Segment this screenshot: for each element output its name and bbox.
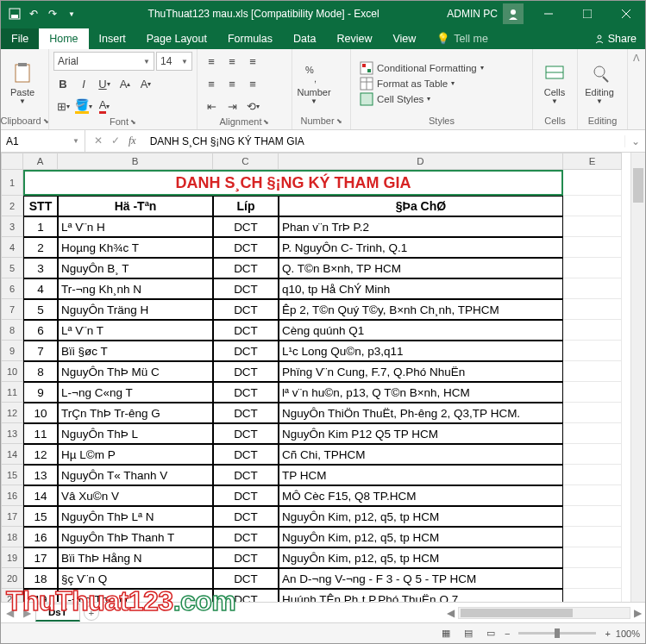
cell-name[interactable]: Bïi §øc T [58,341,213,361]
cell-addr[interactable]: Cèng quúnh Q1 [279,320,563,341]
cell-lip[interactable]: DCT [213,403,279,423]
cell-name[interactable]: NguyÔn B¸ T [58,258,213,278]
tab-review[interactable]: Review [326,28,382,49]
cell-name[interactable]: Lª V¨n H [58,216,213,237]
page-layout-view-icon[interactable]: ▤ [460,626,477,641]
editing-button[interactable]: Editing▼ [581,54,618,113]
row-header[interactable]: 17 [1,506,23,527]
cell-lip[interactable]: DCT [213,258,279,278]
cell-addr[interactable]: Q. T©n B×nh, TP HCM [279,258,563,278]
cell-addr[interactable]: Phïng V¨n Cung, F.7, Q.Phó NhuËn [279,361,563,382]
font-size-combo[interactable]: 14▼ [156,52,192,71]
user-avatar-icon[interactable] [503,3,524,24]
cell-stt[interactable]: 10 [23,403,58,423]
cell-stt[interactable]: 8 [23,361,58,382]
cell-lip[interactable]: DCT [213,278,279,299]
col-header-A[interactable]: A [23,153,58,170]
cell-stt[interactable]: 1 [23,216,58,237]
cell-lip[interactable]: DCT [213,382,279,403]
formula-input[interactable] [145,135,624,147]
tab-data[interactable]: Data [283,28,326,49]
bold-button[interactable]: B [53,74,72,93]
align-left[interactable]: ≡ [202,74,221,93]
title-cell[interactable]: DANH S¸CH §¡NG KÝ THAM GIA [23,170,563,196]
number-format-button[interactable]: %,Number▼ [296,54,332,113]
add-sheet-button[interactable]: + [84,605,99,621]
spreadsheet[interactable]: ABCDE1DANH S¸CH §¡NG KÝ THAM GIA2STTHä -… [1,153,645,602]
minimize-button[interactable] [529,1,568,27]
row-header[interactable]: 14 [1,444,23,465]
save-icon[interactable] [8,7,22,21]
row-header[interactable]: 3 [1,216,23,237]
zoom-slider[interactable] [518,632,596,635]
cell-addr[interactable]: An D-¬ng V-¬ng - F 3 - Q 5 - TP HCM [279,568,563,589]
cell-lip[interactable]: DCT [213,547,279,568]
cell-stt[interactable]: 7 [23,341,58,361]
select-all-corner[interactable] [1,153,23,170]
tab-insert[interactable]: Insert [89,28,136,49]
cell-stt[interactable]: 16 [23,527,58,547]
row-header[interactable]: 2 [1,196,23,216]
cell-lip[interactable]: DCT [213,506,279,527]
undo-icon[interactable]: ↶ [27,7,41,21]
sheet-nav-prev-icon[interactable]: ◀ [1,607,18,619]
row-header[interactable]: 7 [1,299,23,320]
cancel-formula-icon[interactable]: ✕ [94,134,103,147]
align-bottom[interactable]: ≡ [243,52,262,71]
tab-file[interactable]: File [1,28,39,49]
cell-lip[interactable]: DCT [213,299,279,320]
row-header[interactable]: 20 [1,568,23,589]
maximize-button[interactable] [568,1,606,27]
cell-name[interactable]: Bïi ThÞ Hång N [58,547,213,568]
row-header[interactable]: 21 [1,589,23,602]
cell-addr[interactable]: Cñ Chi, TPHCM [279,444,563,465]
cell-addr[interactable]: Huúnh TÊn Ph¸t,P.Phó ThuËn,Q.7 [279,589,563,602]
cell-stt[interactable]: 2 [23,237,58,258]
cell-lip[interactable]: DCT [213,237,279,258]
cell-addr[interactable]: NguyÔn Kim, p12, q5, tp HCM [279,506,563,527]
cell-lip[interactable]: DCT [213,527,279,547]
share-button[interactable]: Share [594,33,637,45]
cell-name[interactable]: NguyÔn ThÞ Mü C [58,361,213,382]
cell-lip[interactable]: DCT [213,568,279,589]
tell-me[interactable]: 💡Tell me [426,28,499,49]
indent-increase[interactable]: ⇥ [223,97,241,116]
name-box[interactable]: A1▼ [1,130,85,152]
tab-view[interactable]: View [382,28,426,49]
cell-styles-button[interactable]: Cell Styles▾ [360,92,484,106]
cell-addr[interactable]: NguyÔn ThiÖn ThuËt, Ph-êng 2, Q3,TP HCM. [279,403,563,423]
horizontal-scrollbar[interactable]: ◀ ▶ [99,607,645,619]
zoom-in-button[interactable]: + [605,628,610,639]
align-center[interactable]: ≡ [223,74,241,93]
paste-button[interactable]: Paste▼ [4,54,41,113]
row-header[interactable]: 1 [1,170,23,196]
page-break-view-icon[interactable]: ▭ [482,626,499,641]
cell-addr[interactable]: NguyÔn Kim, p12, q5, tp HCM [279,527,563,547]
cell-addr[interactable]: TP HCM [279,465,563,485]
cell-stt[interactable]: 14 [23,485,58,506]
format-as-table-button[interactable]: Format as Table▾ [360,77,484,91]
row-header[interactable]: 13 [1,423,23,444]
cell-name[interactable]: Tr-¬ng Kh¸nh N [58,278,213,299]
expand-formula-bar-icon[interactable]: ⌄ [624,135,645,147]
row-header[interactable]: 18 [1,527,23,547]
cell-name[interactable]: NguyÔn T« Thanh V [58,465,213,485]
cell-addr[interactable]: NguyÔn Kim, p12, q5, tp HCM [279,547,563,568]
align-top[interactable]: ≡ [202,52,221,71]
cell-name[interactable]: Hoµng Kh¾c T [58,237,213,258]
cell-addr[interactable]: Phan v¨n TrÞ P.2 [279,216,563,237]
cell-name[interactable]: NguyÔn ThÞ L [58,423,213,444]
cells-button[interactable]: Cells▼ [536,54,573,113]
redo-icon[interactable]: ↷ [46,7,60,21]
row-header[interactable]: 5 [1,258,23,278]
cell-addr[interactable]: q10, tp Hå ChÝ Minh [279,278,563,299]
cell-name[interactable]: Hµ L©m P [58,444,213,465]
font-color-button[interactable]: A▾ [95,97,114,116]
vertical-scrollbar[interactable] [630,153,645,602]
cell-addr[interactable]: lª v¨n hu©n, p13, Q T©n B×nh, HCM [279,382,563,403]
cell-name[interactable]: NguyÔn ThÞ Thanh T [58,527,213,547]
align-middle[interactable]: ≡ [223,52,241,71]
zoom-level[interactable]: 100% [616,628,640,639]
col-header-C[interactable]: C [213,153,279,170]
cell-name[interactable]: L-¬ng C«ng T [58,382,213,403]
